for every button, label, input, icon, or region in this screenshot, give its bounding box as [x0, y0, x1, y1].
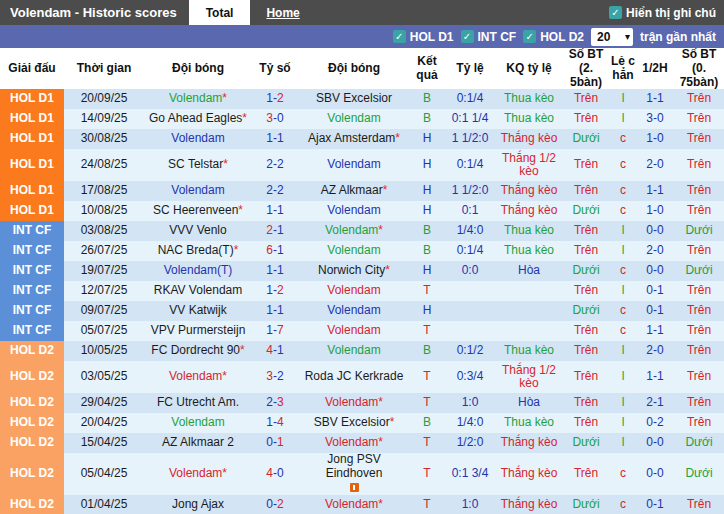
tab-home[interactable]: Home: [266, 6, 299, 20]
odd-even-flag: c: [610, 301, 636, 321]
league-badge: INT CF: [0, 221, 64, 241]
home-team-name: Volendam: [169, 91, 222, 105]
away-team-name: SBV Excelsior: [316, 91, 392, 105]
over-under-25: Trên: [562, 361, 610, 393]
asterisk-marker: *: [378, 223, 383, 237]
over-under-075: Trên: [674, 109, 724, 129]
score-cell: 1-1: [252, 129, 298, 149]
away-team-cell: Volendam*: [298, 221, 410, 241]
handicap-result: [496, 281, 562, 301]
match-count-select[interactable]: 20 ▾: [591, 28, 633, 46]
half-time-score: 0-0: [636, 453, 674, 494]
handicap-odds: 0:3/4: [444, 361, 496, 393]
away-goals: 1: [277, 343, 284, 357]
score-cell: 4-0: [252, 453, 298, 494]
match-count-value: 20: [597, 30, 610, 44]
home-goals: 2: [266, 157, 273, 171]
match-date: 05/04/25: [64, 453, 144, 494]
score-cell: 0-1: [252, 433, 298, 453]
league-badge: HOL D1: [0, 129, 64, 149]
result-badge: T: [410, 393, 444, 413]
table-row: HOL D210/05/25FC Dordrecht 90*4-1Volenda…: [0, 341, 724, 361]
result-badge: H: [410, 301, 444, 321]
score-cell: 1-7: [252, 321, 298, 341]
handicap-result: Thắng kèo: [496, 433, 562, 453]
league-badge: INT CF: [0, 321, 64, 341]
score-cell: 2-2: [252, 181, 298, 201]
asterisk-marker: *: [238, 203, 243, 217]
over-under-075: Trên: [674, 241, 724, 261]
col-goals-ou-075: Số BT (0. 75bàn): [674, 48, 724, 89]
score-cell: 1-1: [252, 201, 298, 221]
home-goals: 1: [266, 415, 273, 429]
home-goals: 1: [266, 283, 273, 297]
handicap-odds: 1/4:0: [444, 221, 496, 241]
away-team-cell: Roda JC Kerkrade: [298, 361, 410, 393]
match-date: 14/09/25: [64, 109, 144, 129]
over-under-25: Trên: [562, 341, 610, 361]
home-team-name: Go Ahead Eagles: [149, 111, 242, 125]
col-home-team: Đội bóng: [144, 48, 252, 89]
match-date: 24/08/25: [64, 149, 144, 181]
away-goals: 0: [277, 466, 284, 480]
odd-even-flag: l: [610, 281, 636, 301]
over-under-075: Trên: [674, 89, 724, 109]
int-cf-checkbox-icon[interactable]: ✓: [461, 30, 474, 43]
home-team-cell: Volendam(T): [144, 261, 252, 281]
over-under-25: Trên: [562, 181, 610, 201]
col-half-time: 1/2H: [636, 48, 674, 89]
away-team-name: Roda JC Kerkrade: [305, 369, 404, 383]
score-cell: 3-0: [252, 109, 298, 129]
over-under-25: Trên: [562, 109, 610, 129]
result-badge: H: [410, 261, 444, 281]
half-time-score: 0-0: [636, 221, 674, 241]
home-team-name: VV Katwijk: [169, 303, 226, 317]
away-team-name: Volendam: [327, 323, 380, 337]
score-cell: 4-1: [252, 341, 298, 361]
score-cell: 2-1: [252, 221, 298, 241]
home-goals: 0: [266, 435, 273, 449]
away-team-cell: Volendam: [298, 281, 410, 301]
match-date: 26/07/25: [64, 241, 144, 261]
score-cell: 1-2: [252, 281, 298, 301]
asterisk-marker: *: [222, 369, 227, 383]
odd-even-flag: l: [610, 241, 636, 261]
match-date: 10/05/25: [64, 341, 144, 361]
hol-d2-label: HOL D2: [540, 30, 584, 44]
league-badge: HOL D2: [0, 413, 64, 433]
over-under-25: Dưới: [562, 433, 610, 453]
away-goals: 0: [277, 111, 284, 125]
handicap-result: Thua kèo: [496, 341, 562, 361]
away-team-cell: Volendam: [298, 149, 410, 181]
league-badge: INT CF: [0, 241, 64, 261]
over-under-25: Dưới: [562, 201, 610, 221]
hol-d1-checkbox-icon[interactable]: ✓: [393, 30, 406, 43]
tab-total[interactable]: Total: [189, 0, 251, 25]
handicap-odds: 0:0: [444, 261, 496, 281]
result-badge: B: [410, 413, 444, 433]
over-under-25: Dưới: [562, 261, 610, 281]
home-goals: 1: [266, 323, 273, 337]
odd-even-flag: l: [610, 89, 636, 109]
home-team-name: SC Telstar: [168, 157, 223, 171]
handicap-result: Thắng kèo: [496, 201, 562, 221]
asterisk-marker: *: [240, 343, 245, 357]
show-notes-checkbox-icon[interactable]: ✓: [609, 6, 622, 19]
home-team-name: Volendam: [171, 415, 224, 429]
match-date: 05/07/25: [64, 321, 144, 341]
away-team-cell: Volendam*: [298, 393, 410, 413]
asterisk-marker: *: [242, 111, 247, 125]
result-badge: H: [410, 149, 444, 181]
home-team-name: Volendam(T): [164, 263, 233, 277]
asterisk-marker: *: [234, 243, 239, 257]
league-badge: HOL D2: [0, 453, 64, 494]
handicap-odds: 1:0: [444, 495, 496, 514]
home-team-cell: VV Katwijk: [144, 301, 252, 321]
asterisk-marker: *: [378, 395, 383, 409]
card-icon: [350, 483, 359, 492]
league-badge: INT CF: [0, 301, 64, 321]
half-time-score: 2-0: [636, 341, 674, 361]
table-row: HOL D220/04/25Volendam1-4SBV Excelsior*B…: [0, 413, 724, 433]
hol-d2-checkbox-icon[interactable]: ✓: [523, 30, 536, 43]
odd-even-flag: c: [610, 149, 636, 181]
